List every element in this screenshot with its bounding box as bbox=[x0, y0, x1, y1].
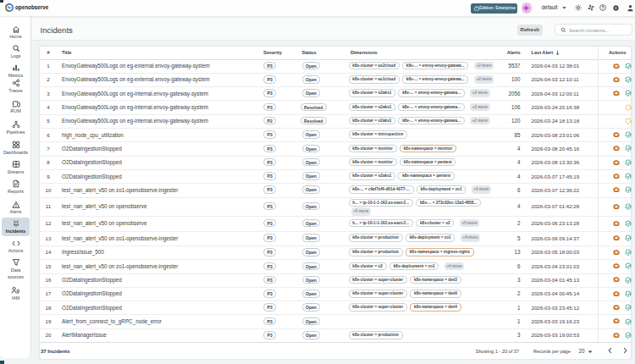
svg-text:?: ? bbox=[602, 6, 605, 10]
